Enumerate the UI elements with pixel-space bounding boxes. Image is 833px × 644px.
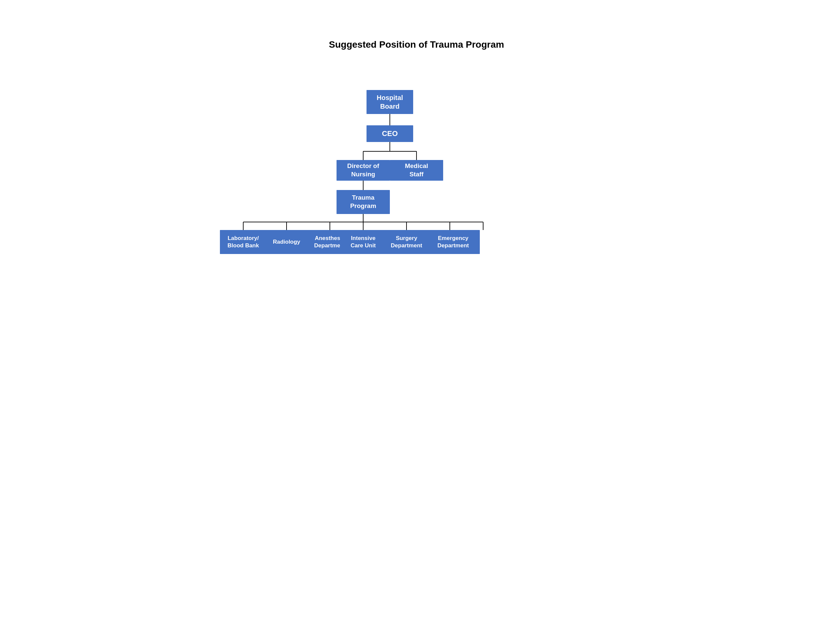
director-of-nursing-node: Director of Nursing: [336, 160, 390, 181]
emergency-node: Emergency Department: [426, 230, 480, 254]
trauma-program-node: Trauma Program: [336, 190, 390, 214]
laboratory-node: Laboratory/ Blood Bank: [220, 230, 267, 254]
medical-staff-node: Medical Staff: [390, 160, 443, 181]
page-title: Suggested Position of Trauma Program: [0, 39, 833, 50]
radiology-node: Radiology: [263, 230, 310, 254]
ceo-node: CEO: [367, 126, 413, 142]
surgery-node: Surgery Department: [383, 230, 430, 254]
intensive-care-node: Intensive Care Unit: [340, 230, 386, 254]
hospital-board-node: Hospital Board: [367, 90, 413, 114]
